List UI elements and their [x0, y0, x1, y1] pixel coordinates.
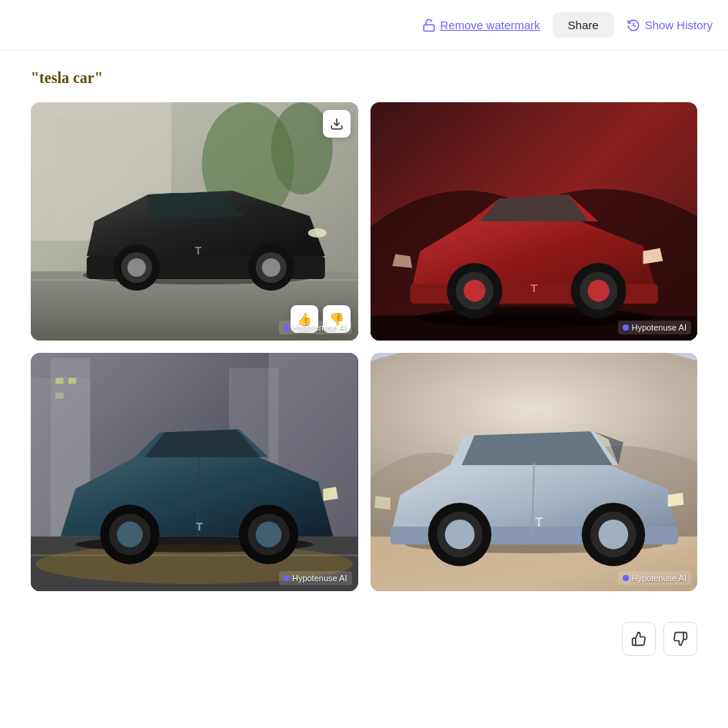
remove-watermark-button[interactable]: Remove watermark	[422, 18, 540, 32]
svg-rect-37	[68, 378, 76, 384]
car-illustration-4: T	[371, 353, 698, 591]
svg-rect-38	[55, 393, 63, 399]
remove-watermark-label: Remove watermark	[440, 18, 540, 32]
watermark-dot-1	[284, 324, 290, 331]
svg-point-15	[262, 258, 281, 277]
watermark-text-2: Hypotenuse AI	[631, 323, 686, 332]
image-card-4[interactable]: T Hypotenuse AI	[371, 353, 698, 591]
watermark-1: Hypotenuse AI	[279, 321, 352, 334]
show-history-button[interactable]: Show History	[627, 18, 713, 32]
watermark-dot-3	[284, 575, 290, 581]
share-button[interactable]: Share	[553, 12, 614, 38]
show-history-label: Show History	[645, 18, 713, 32]
svg-point-62	[598, 520, 628, 550]
watermark-dot-4	[623, 575, 629, 581]
car-illustration-2: T	[371, 102, 698, 341]
bottom-thumbup-button[interactable]	[622, 622, 656, 656]
svg-point-26	[464, 280, 485, 301]
search-query: "tesla car"	[31, 69, 697, 87]
svg-rect-0	[424, 25, 434, 31]
svg-point-17	[308, 228, 327, 238]
svg-rect-36	[55, 378, 63, 384]
top-bar: Remove watermark Share Show History	[0, 0, 728, 51]
car-illustration-3: T	[31, 353, 358, 591]
watermark-text-4: Hypotenuse AI	[631, 573, 686, 583]
svg-text:T: T	[535, 515, 544, 530]
bottom-thumb-buttons	[0, 610, 728, 668]
watermark-text-1: Hypotenuse AI	[292, 323, 347, 332]
image-grid: T 👍 👎 Hypotenuse AI	[31, 102, 697, 591]
svg-text:T: T	[530, 281, 538, 294]
lock-icon	[422, 18, 436, 32]
download-button-1[interactable]	[323, 110, 351, 138]
svg-text:T: T	[194, 244, 201, 257]
watermark-text-3: Hypotenuse AI	[292, 573, 347, 583]
image-card-2[interactable]: T Hypotenuse AI	[371, 102, 698, 341]
svg-point-46	[117, 521, 143, 547]
watermark-2: Hypotenuse AI	[618, 321, 691, 334]
svg-point-12	[128, 258, 146, 277]
watermark-4: Hypotenuse AI	[618, 571, 691, 585]
thumbup-icon	[631, 631, 647, 647]
svg-point-49	[256, 521, 282, 547]
watermark-3: Hypotenuse AI	[279, 571, 352, 585]
watermark-dot-2	[623, 324, 629, 331]
content-area: "tesla car"	[0, 51, 728, 610]
svg-point-59	[444, 520, 474, 550]
image-card-3[interactable]: T Hypotenuse AI	[31, 353, 358, 591]
share-label: Share	[568, 18, 599, 32]
download-icon	[330, 117, 344, 131]
bottom-thumbdown-button[interactable]	[663, 622, 697, 656]
svg-point-29	[587, 280, 609, 301]
history-icon	[627, 18, 640, 32]
image-card-1[interactable]: T 👍 👎 Hypotenuse AI	[31, 102, 358, 341]
thumbdown-icon	[673, 631, 688, 647]
svg-text:T: T	[195, 520, 203, 533]
